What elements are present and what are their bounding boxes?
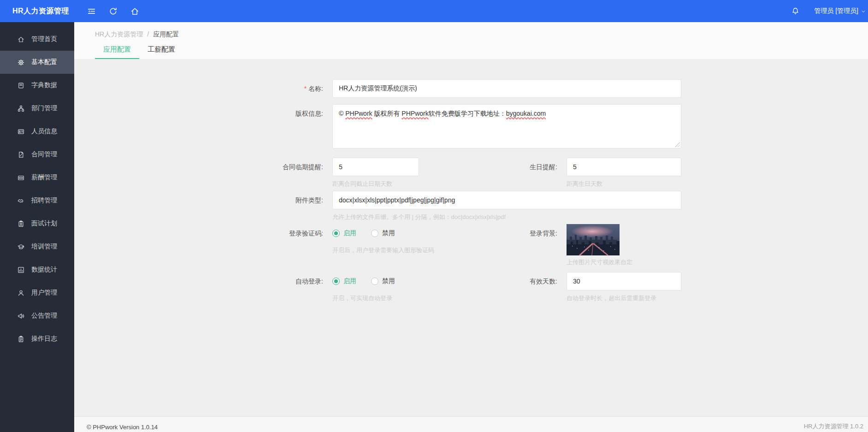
sidebar-item-label: 公告管理 (31, 312, 57, 320)
book-icon (18, 82, 24, 89)
tab-salary-config[interactable]: 工薪配置 (139, 45, 183, 59)
radio-label: 启用 (343, 277, 356, 285)
copyright-text-segment: PHPwork (345, 110, 372, 117)
copyright-label: 版权信息: (74, 104, 332, 148)
required-asterisk: * (304, 85, 307, 92)
sidebar-item-dictionary[interactable]: 字典数据 (0, 74, 74, 97)
radio-option-0[interactable]: 启用 (332, 229, 356, 237)
copyright-text-segment: 版权所有 (372, 110, 402, 117)
radio-option-1[interactable]: 禁用 (371, 277, 395, 285)
copyright-text-segment: © (339, 110, 345, 117)
id-card-icon (18, 128, 24, 135)
sidebar-menu: 管理首页 基本配置 字典数据 部门管理 人员信息 合同管理 薪酬管理 招聘管理 … (0, 28, 74, 350)
copyright-text-segment: 软件免费版学习下载地址： (429, 110, 506, 117)
radio-icon (332, 278, 340, 285)
user-menu[interactable]: 管理员 [管理员] (814, 7, 866, 15)
login-background-thumbnail[interactable] (567, 224, 620, 255)
valid-days-hint: 自动登录时长，超出后需重新登录 (567, 294, 681, 302)
sidebar-item-announcement[interactable]: 公告管理 (0, 304, 74, 327)
radio-icon (332, 230, 340, 237)
footer-version: HR人力资源管理 1.0.2 (804, 422, 863, 431)
auto-login-label: 自动登录: (74, 272, 332, 302)
login-captcha-radio-group: 启用禁用 (332, 224, 419, 243)
sidebar-item-training[interactable]: 培训管理 (0, 235, 74, 258)
sidebar-item-label: 人员信息 (31, 127, 57, 136)
user-icon (18, 290, 24, 296)
sidebar-item-salary[interactable]: 薪酬管理 (0, 166, 74, 189)
chevron-down-icon (861, 9, 866, 14)
field-attachment-types: 附件类型: 允许上传的文件后缀。多个用 | 分隔，例如：doc|docx|xls… (74, 191, 868, 221)
sidebar-item-statistics[interactable]: 数据统计 (0, 258, 74, 281)
radio-label: 禁用 (382, 277, 395, 285)
sidebar-item-label: 数据统计 (31, 266, 57, 274)
valid-days-input[interactable] (567, 272, 681, 290)
sidebar-item-interview[interactable]: 面试计划 (0, 212, 74, 235)
copyright-textarea[interactable]: © PHPwork 版权所有 PHPwork软件免费版学习下载地址：bygouk… (332, 104, 681, 148)
contract-reminder-label: 合同临期提醒: (74, 158, 332, 188)
form-panel: *名称: 版权信息: © PHPwork 版权所有 PHPwork软件免费版学习… (74, 59, 868, 416)
radio-option-1[interactable]: 禁用 (371, 229, 395, 237)
sidebar-item-label: 管理首页 (31, 35, 57, 43)
contract-reminder-hint: 距离合同截止日期天数 (332, 180, 419, 188)
sidebar-item-logs[interactable]: 操作日志 (0, 327, 74, 350)
collapse-icon[interactable] (87, 7, 96, 16)
sidebar-item-home[interactable]: 管理首页 (0, 28, 74, 51)
handshake-icon (18, 197, 24, 204)
contract-reminder-input[interactable] (332, 158, 419, 176)
bell-icon[interactable] (791, 7, 799, 15)
tab-label: 应用配置 (103, 45, 131, 53)
app-title: HR人力资源管理 (0, 6, 74, 16)
refresh-icon[interactable] (109, 7, 118, 16)
attachment-types-hint: 允许上传的文件后缀。多个用 | 分隔，例如：doc|docx|xlsx|xls|… (332, 213, 681, 221)
home-icon (18, 36, 24, 43)
breadcrumb-tab-area: HR人力资源管理 / 应用配置 应用配置 工薪配置 (74, 22, 868, 59)
login-background-hint: 上传图片尺寸视效果自定 (567, 258, 681, 266)
sidebar-item-recruitment[interactable]: 招聘管理 (0, 189, 74, 212)
birthday-reminder-input[interactable] (567, 158, 681, 176)
attachment-types-label: 附件类型: (74, 191, 332, 221)
name-label: *名称: (74, 79, 332, 98)
tab-label: 工薪配置 (148, 45, 175, 53)
tab-app-config[interactable]: 应用配置 (95, 45, 139, 59)
sidebar-item-label: 培训管理 (31, 243, 57, 251)
valid-days-label: 有效天数: (419, 272, 567, 302)
auto-login-radio-group: 启用禁用 (332, 272, 419, 290)
sitemap-icon (18, 105, 24, 112)
field-copyright: 版权信息: © PHPwork 版权所有 PHPwork软件免费版学习下载地址：… (74, 104, 868, 148)
money-icon (18, 174, 24, 181)
home-icon[interactable] (130, 7, 139, 16)
sidebar-item-label: 部门管理 (31, 104, 57, 112)
user-name: 管理员 [管理员] (814, 7, 858, 15)
sidebar-item-label: 用户管理 (31, 289, 57, 297)
sidebar-item-label: 合同管理 (31, 150, 57, 159)
breadcrumb: HR人力资源管理 / 应用配置 (95, 30, 868, 39)
sidebar-item-basic-config[interactable]: 基本配置 (0, 51, 74, 74)
copyright-text-segment: PHPwork (402, 110, 428, 117)
login-captcha-label: 登录验证码: (74, 224, 332, 266)
sidebar-item-label: 面试计划 (31, 219, 57, 228)
sidebar-item-personnel[interactable]: 人员信息 (0, 120, 74, 143)
field-reminders: 合同临期提醒: 距离合同截止日期天数 生日提醒: 距离生日天数 (74, 158, 868, 188)
sidebar-item-department[interactable]: 部门管理 (0, 97, 74, 120)
radio-icon (371, 230, 378, 237)
sidebar-item-users[interactable]: 用户管理 (0, 281, 74, 304)
footer-copyright: © PHPwork Version 1.0.14 (87, 424, 158, 431)
breadcrumb-root[interactable]: HR人力资源管理 (95, 30, 143, 39)
sidebar-item-contract[interactable]: 合同管理 (0, 143, 74, 166)
radio-option-0[interactable]: 启用 (332, 277, 356, 285)
sidebar-item-label: 薪酬管理 (31, 173, 57, 182)
sidebar-item-label: 操作日志 (31, 335, 57, 343)
copyright-text-segment: bygoukai.com (506, 110, 546, 117)
breadcrumb-current: 应用配置 (153, 30, 179, 39)
field-name: *名称: (74, 79, 868, 98)
gear-icon (18, 59, 24, 66)
clipboard-user-icon (18, 220, 24, 227)
name-input[interactable] (332, 79, 681, 98)
field-login-captcha: 登录验证码: 启用禁用 开启后，用户登录需要输入图形验证码 登录背景: (74, 224, 868, 266)
attachment-types-input[interactable] (332, 191, 681, 209)
sidebar-item-label: 字典数据 (31, 81, 57, 89)
sidebar-item-label: 基本配置 (31, 58, 57, 66)
radio-label: 禁用 (382, 229, 395, 237)
birthday-reminder-label: 生日提醒: (419, 158, 567, 188)
file-sign-icon (18, 151, 24, 158)
